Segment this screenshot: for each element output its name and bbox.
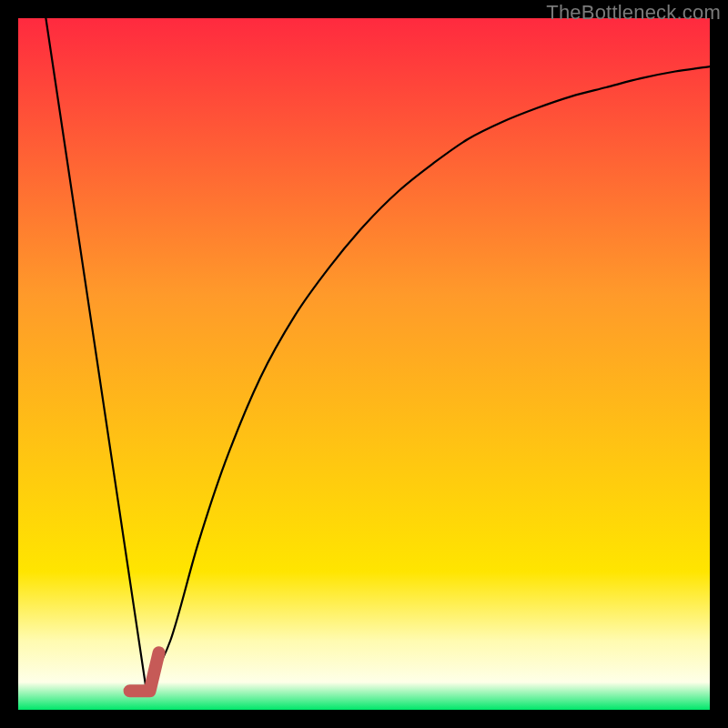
- credit-watermark: TheBottleneck.com: [546, 1, 721, 25]
- chart-frame: [18, 18, 710, 710]
- gradient-background: [18, 18, 710, 710]
- bottleneck-chart: [18, 18, 710, 710]
